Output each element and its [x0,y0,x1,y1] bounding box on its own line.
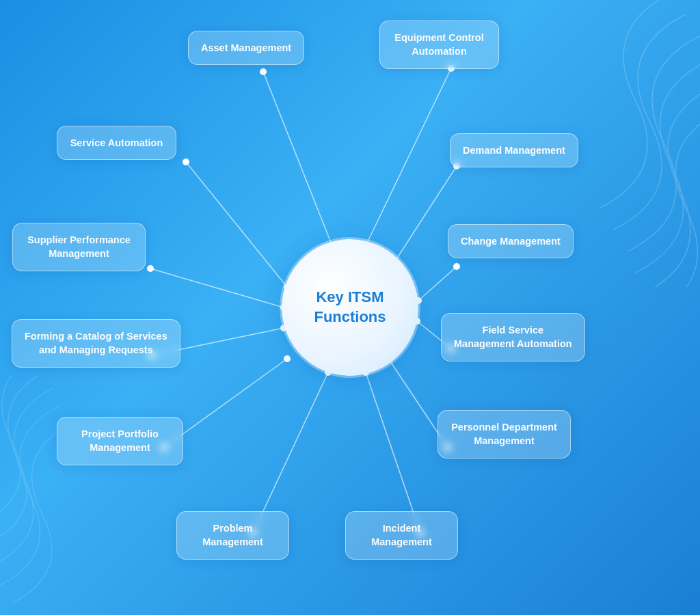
svg-point-13 [147,265,154,272]
diagram-container: .conn-line { stroke: rgba(255,255,255,0.… [0,0,700,615]
node-asset-management: Asset Management [188,31,304,65]
svg-line-33 [366,372,420,533]
center-title: Key ITSMFunctions [314,288,386,327]
node-incident-management: IncidentManagement [345,511,458,560]
svg-point-26 [284,355,291,362]
node-personnel-department: Personnel DepartmentManagement [438,410,571,459]
svg-line-6 [186,162,287,287]
center-circle: Key ITSMFunctions [282,239,418,376]
node-change-management: Change Management [448,224,574,258]
svg-line-3 [362,68,451,253]
node-problem-management: ProblemManagement [176,511,289,560]
node-equipment-control: Equipment ControlAutomation [379,20,499,69]
svg-point-16 [453,263,460,270]
svg-point-1 [260,68,267,75]
svg-point-7 [183,159,189,165]
node-project-portfolio: Project PortfolioManagement [57,417,183,465]
node-demand-management: Demand Management [450,133,578,167]
node-supplier-performance: Supplier PerformanceManagement [12,223,146,271]
svg-line-30 [253,372,328,533]
node-forming-catalog: Forming a Catalog of Servicesand Managin… [12,319,180,368]
svg-line-15 [418,266,457,301]
svg-line-12 [150,269,284,308]
node-service-automation: Service Automation [57,126,176,160]
node-field-service: Field ServiceManagement Automation [441,313,585,361]
svg-line-0 [263,72,335,253]
